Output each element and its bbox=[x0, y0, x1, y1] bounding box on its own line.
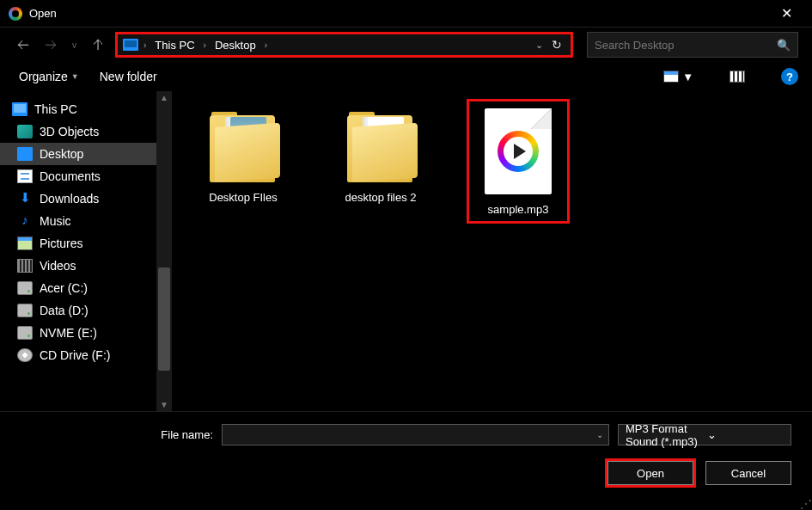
filename-input[interactable] bbox=[228, 428, 596, 441]
scroll-down-icon[interactable]: ▼ bbox=[158, 398, 170, 411]
help-button[interactable]: ? bbox=[781, 68, 798, 85]
cancel-button[interactable]: Cancel bbox=[705, 461, 791, 485]
tree-label: Documents bbox=[40, 169, 101, 183]
tree-label: Acer (C:) bbox=[40, 281, 88, 295]
filename-label: File name: bbox=[21, 428, 213, 441]
tree-pictures[interactable]: Pictures bbox=[0, 232, 156, 255]
drive-icon bbox=[17, 326, 33, 340]
filename-dropdown[interactable]: ⌄ bbox=[596, 430, 603, 439]
download-icon: ⬇ bbox=[17, 192, 33, 206]
search-icon[interactable]: 🔍 bbox=[777, 39, 791, 52]
organize-label: Organize bbox=[19, 70, 68, 83]
open-button[interactable]: Open bbox=[607, 461, 693, 485]
new-folder-button[interactable]: New folder bbox=[100, 70, 157, 83]
drive-icon bbox=[17, 304, 33, 317]
tree-music[interactable]: ♪Music bbox=[0, 210, 156, 232]
tree-drive-d[interactable]: Data (D:) bbox=[0, 299, 156, 322]
item-label: desktop files 2 bbox=[345, 191, 416, 204]
preview-pane-icon bbox=[730, 71, 745, 83]
document-icon bbox=[17, 169, 33, 183]
videos-icon bbox=[17, 259, 33, 273]
tree-label: Videos bbox=[40, 259, 76, 273]
pictures-icon bbox=[17, 237, 33, 250]
scroll-thumb[interactable] bbox=[158, 267, 170, 371]
close-button[interactable]: ✕ bbox=[769, 5, 803, 22]
search-box[interactable]: 🔍 bbox=[587, 32, 798, 58]
filetype-dropdown[interactable]: MP3 Format Sound (*.mp3) ⌄ bbox=[618, 424, 791, 445]
desktop-icon bbox=[17, 147, 33, 161]
filetype-label: MP3 Format Sound (*.mp3) bbox=[626, 422, 702, 448]
tree-documents[interactable]: Documents bbox=[0, 165, 156, 187]
nav-row: 🡠 🡢 v 🡡 › This PC › Desktop › ⌄ ↻ 🔍 bbox=[0, 28, 812, 62]
tree-downloads[interactable]: ⬇Downloads bbox=[0, 187, 156, 210]
dialog-footer: File name: ⌄ MP3 Format Sound (*.mp3) ⌄ … bbox=[0, 411, 812, 490]
item-label: Desktop FIles bbox=[209, 191, 277, 204]
scroll-track[interactable] bbox=[156, 104, 172, 398]
tree-label: Music bbox=[40, 214, 71, 228]
nav-tree: This PC 3D Objects Desktop Documents ⬇Do… bbox=[0, 91, 156, 411]
forward-button[interactable]: 🡢 bbox=[40, 34, 62, 55]
tree-drive-e[interactable]: NVME (E:) bbox=[0, 322, 156, 344]
back-button[interactable]: 🡠 bbox=[12, 34, 34, 55]
thumbnail-view-icon bbox=[663, 71, 679, 83]
chevron-right-icon[interactable]: › bbox=[263, 40, 269, 50]
window-title: Open bbox=[29, 7, 769, 20]
tree-videos[interactable]: Videos bbox=[0, 255, 156, 277]
play-icon bbox=[514, 144, 526, 159]
chevron-right-icon[interactable]: › bbox=[142, 40, 148, 50]
folder-item[interactable]: Desktop FIles bbox=[192, 105, 294, 207]
tree-label: Desktop bbox=[40, 147, 83, 161]
pc-icon bbox=[12, 102, 27, 116]
tree-label: Data (D:) bbox=[40, 304, 89, 317]
breadcrumb-root[interactable]: This PC bbox=[151, 37, 198, 53]
toolbar: Organize▼ New folder ▼ ? bbox=[0, 62, 812, 91]
view-preview-button[interactable] bbox=[730, 71, 745, 83]
app-icon bbox=[9, 7, 22, 21]
view-thumbnails-button[interactable]: ▼ bbox=[663, 71, 693, 83]
folder-icon bbox=[344, 108, 418, 182]
disc-icon bbox=[17, 348, 33, 362]
resize-grip[interactable]: ⋰ bbox=[800, 500, 810, 508]
item-label: sample.mp3 bbox=[488, 203, 549, 216]
tree-label: Pictures bbox=[40, 237, 83, 250]
address-dropdown[interactable]: ⌄ bbox=[534, 38, 545, 52]
folder-item[interactable]: desktop files 2 bbox=[330, 105, 431, 207]
up-button[interactable]: 🡡 bbox=[87, 34, 110, 56]
chevron-right-icon[interactable]: › bbox=[202, 40, 208, 50]
chevron-down-icon: ▼ bbox=[71, 72, 79, 81]
tree-label: NVME (E:) bbox=[40, 326, 97, 340]
tree-scrollbar[interactable]: ▲ ▼ bbox=[156, 91, 172, 411]
audio-file-icon bbox=[485, 108, 552, 194]
folder-icon bbox=[206, 108, 280, 182]
music-icon: ♪ bbox=[17, 214, 33, 228]
tree-cd-drive[interactable]: CD Drive (F:) bbox=[0, 344, 156, 366]
drive-icon bbox=[17, 281, 33, 295]
address-bar[interactable]: › This PC › Desktop › ⌄ ↻ bbox=[115, 32, 573, 58]
tree-label: 3D Objects bbox=[40, 125, 99, 138]
tree-label: This PC bbox=[34, 102, 77, 116]
cube-icon bbox=[17, 125, 33, 138]
tree-label: Downloads bbox=[40, 192, 99, 206]
refresh-button[interactable]: ↻ bbox=[548, 38, 565, 52]
tree-drive-c[interactable]: Acer (C:) bbox=[0, 277, 156, 299]
tree-desktop[interactable]: Desktop bbox=[0, 143, 156, 165]
breadcrumb-sub[interactable]: Desktop bbox=[211, 37, 259, 53]
tree-this-pc[interactable]: This PC bbox=[0, 98, 156, 120]
tree-3d-objects[interactable]: 3D Objects bbox=[0, 120, 156, 143]
pc-icon bbox=[123, 39, 138, 51]
organize-button[interactable]: Organize▼ bbox=[19, 70, 79, 83]
file-item-selected[interactable]: sample.mp3 bbox=[467, 100, 569, 223]
title-bar: Open ✕ bbox=[0, 0, 812, 28]
chevron-down-icon: ▼ bbox=[682, 71, 693, 83]
filename-input-wrap[interactable]: ⌄ bbox=[222, 424, 609, 445]
scroll-up-icon[interactable]: ▲ bbox=[158, 91, 170, 104]
search-input[interactable] bbox=[595, 39, 777, 52]
file-pane[interactable]: Desktop FIles desktop files 2 sample.mp3 bbox=[172, 91, 812, 411]
recent-dropdown[interactable]: v bbox=[67, 37, 82, 53]
tree-label: CD Drive (F:) bbox=[40, 348, 110, 362]
chevron-down-icon: ⌄ bbox=[707, 428, 784, 441]
